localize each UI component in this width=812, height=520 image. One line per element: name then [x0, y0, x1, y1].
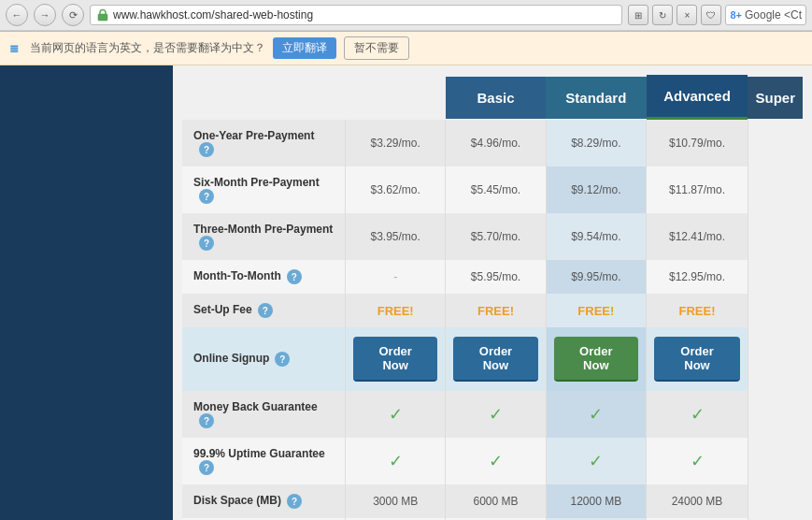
- stop-icon[interactable]: ×: [677, 5, 697, 25]
- shield-icon[interactable]: 🛡: [701, 5, 721, 25]
- content-area: Basic Standard Advanced Super: [173, 65, 812, 520]
- google-icon: 8+: [730, 9, 742, 21]
- advanced-value: $9.12/mo.: [546, 166, 646, 213]
- info-header-cell: [346, 75, 446, 120]
- browser-chrome: ← → ⟳ www.hawkhost.com/shared-web-hostin…: [0, 0, 812, 32]
- super-plan-header: Super: [748, 77, 803, 119]
- google-search-text: Google <Ct: [745, 8, 802, 22]
- feature-label: Set-Up Fee?: [182, 294, 346, 327]
- super-value: FREE!: [647, 294, 748, 327]
- standard-value: 6000 MB: [446, 484, 546, 518]
- translate-now-button[interactable]: 立即翻译: [273, 37, 336, 59]
- header-row: Basic Standard Advanced Super: [182, 75, 803, 120]
- table-row: Online Signup? Order Now Order Now Order…: [182, 327, 803, 391]
- standard-value: $5.70/mo.: [446, 213, 546, 260]
- table-row: Set-Up Fee? FREE! FREE! FREE! FREE!: [182, 294, 803, 327]
- forward-button[interactable]: →: [34, 4, 56, 26]
- super-value: ✓: [647, 438, 748, 484]
- pricing-table: Basic Standard Advanced Super: [182, 75, 803, 520]
- page-layout: Basic Standard Advanced Super: [0, 65, 812, 520]
- super-value: $10.79/mo.: [647, 120, 748, 166]
- super-value: $11.87/mo.: [647, 166, 748, 213]
- advanced-header-cell: Advanced: [647, 75, 748, 120]
- info-icon[interactable]: ?: [199, 460, 214, 475]
- no-thanks-button[interactable]: 暂不需要: [344, 36, 409, 60]
- google-search-box[interactable]: 8+ Google <Ct: [725, 5, 806, 25]
- basic-value: FREE!: [346, 294, 446, 327]
- standard-value: FREE!: [446, 294, 546, 327]
- info-icon[interactable]: ?: [258, 303, 273, 318]
- feature-label: Online Signup?: [182, 327, 346, 391]
- feature-label: One-Year Pre-Payment?: [182, 120, 346, 166]
- info-icon[interactable]: ?: [287, 269, 302, 284]
- basic-value: $3.95/mo.: [346, 213, 446, 260]
- info-icon[interactable]: ?: [199, 236, 214, 251]
- table-row: Month-To-Month? - $5.95/mo. $9.95/mo. $1…: [182, 260, 803, 294]
- basic-value: 3000 MB: [346, 484, 446, 518]
- advanced-value: $8.29/mo.: [546, 120, 646, 166]
- advanced-value: $9.54/mo.: [546, 213, 646, 260]
- info-icon[interactable]: ?: [199, 413, 214, 428]
- translate-message: 当前网页的语言为英文，是否需要翻译为中文？: [30, 40, 265, 56]
- address-bar[interactable]: www.hawkhost.com/shared-web-hosting: [90, 5, 622, 25]
- basic-value: -: [346, 260, 446, 294]
- order-now-basic-button[interactable]: Order Now: [353, 337, 437, 382]
- right-controls: ⊞ ↻ × 🛡 8+ Google <Ct: [628, 5, 806, 25]
- order-now-standard-button[interactable]: Order Now: [453, 337, 537, 382]
- info-icon[interactable]: ?: [287, 494, 302, 509]
- standard-value: $4.96/mo.: [446, 120, 546, 166]
- advanced-order-cell: Order Now: [546, 327, 646, 391]
- standard-value: $5.45/mo.: [446, 166, 546, 213]
- feature-label: Six-Month Pre-Payment?: [182, 166, 346, 213]
- table-row: Six-Month Pre-Payment? $3.62/mo. $5.45/m…: [182, 166, 803, 213]
- reload-icon[interactable]: ↻: [652, 5, 673, 25]
- feature-label: Three-Month Pre-Payment?: [182, 213, 346, 260]
- table-row: Three-Month Pre-Payment? $3.95/mo. $5.70…: [182, 213, 803, 260]
- super-value: ✓: [647, 391, 748, 438]
- feature-label: Month-To-Month?: [182, 260, 346, 294]
- basic-value: $3.29/mo.: [346, 120, 446, 166]
- order-now-super-button[interactable]: Order Now: [654, 337, 740, 382]
- url-text: www.hawkhost.com/shared-web-hosting: [113, 8, 313, 22]
- info-icon[interactable]: ?: [199, 189, 214, 204]
- table-row: 99.9% Uptime Guarantee? ✓ ✓ ✓ ✓: [182, 438, 803, 484]
- super-plan-label: Super: [755, 90, 795, 106]
- info-icon[interactable]: ?: [275, 352, 290, 367]
- advanced-plan-header: Advanced: [647, 75, 748, 120]
- table-row: One-Year Pre-Payment? $3.29/mo. $4.96/mo…: [182, 120, 803, 166]
- standard-plan-header: Standard: [546, 77, 646, 119]
- empty-header-cell: [182, 75, 346, 120]
- advanced-plan-label: Advanced: [663, 88, 731, 104]
- advanced-value: $9.95/mo.: [546, 260, 646, 294]
- advanced-value: FREE!: [546, 294, 646, 327]
- super-order-cell: Order Now: [647, 327, 748, 391]
- table-row: Disk Space (MB)? 3000 MB 6000 MB 12000 M…: [182, 484, 803, 518]
- super-value: 24000 MB: [647, 484, 748, 518]
- standard-value: $5.95/mo.: [446, 260, 546, 294]
- info-icon[interactable]: ?: [199, 142, 214, 157]
- standard-value: ✓: [446, 391, 546, 438]
- left-sidebar: [0, 65, 173, 520]
- advanced-value: 12000 MB: [546, 484, 646, 518]
- standard-order-cell: Order Now: [446, 327, 546, 391]
- svg-rect-0: [98, 14, 107, 21]
- back-button[interactable]: ←: [6, 4, 28, 26]
- refresh-button[interactable]: ⟳: [62, 4, 84, 26]
- advanced-value: ✓: [546, 438, 646, 484]
- basic-plan-header: Basic: [446, 77, 546, 119]
- feature-label: 99.9% Uptime Guarantee?: [182, 438, 346, 484]
- basic-header-cell: Basic: [446, 75, 546, 120]
- super-value: $12.41/mo.: [647, 213, 748, 260]
- super-value: $12.95/mo.: [647, 260, 748, 294]
- feature-label: Money Back Guarantee?: [182, 391, 346, 438]
- grid-icon[interactable]: ⊞: [628, 5, 648, 25]
- table-row: Money Back Guarantee? ✓ ✓ ✓ ✓: [182, 391, 803, 438]
- feature-label: Disk Space (MB)?: [182, 484, 346, 518]
- browser-toolbar: ← → ⟳ www.hawkhost.com/shared-web-hostin…: [0, 0, 812, 31]
- basic-value: $3.62/mo.: [346, 166, 446, 213]
- basic-value: ✓: [346, 391, 446, 438]
- standard-value: ✓: [446, 438, 546, 484]
- super-header-cell: Super: [748, 75, 803, 120]
- basic-value: ✓: [346, 438, 446, 484]
- order-now-advanced-button[interactable]: Order Now: [554, 337, 638, 382]
